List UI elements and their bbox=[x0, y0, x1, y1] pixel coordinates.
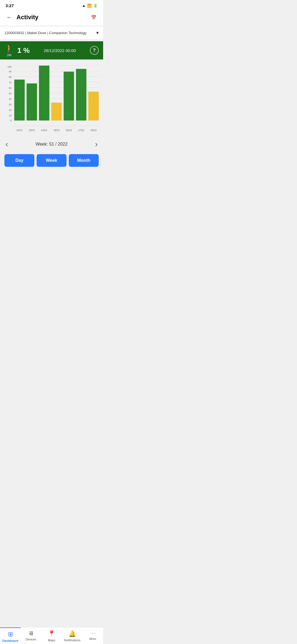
svg-text:13/12: 13/12 bbox=[29, 129, 35, 132]
bar-1612 bbox=[64, 72, 74, 121]
svg-text:20: 20 bbox=[9, 109, 12, 111]
status-bar: 3:27 ▲ 📶 🔋 bbox=[0, 0, 103, 10]
month-button[interactable]: Month bbox=[69, 154, 99, 167]
period-buttons: Day Week Month bbox=[0, 152, 103, 171]
day-button[interactable]: Day bbox=[4, 154, 34, 167]
icon-24h-label: 24h bbox=[7, 54, 12, 57]
bar-1812 bbox=[88, 92, 99, 121]
svg-text:10: 10 bbox=[9, 114, 12, 117]
svg-text:30: 30 bbox=[9, 103, 12, 106]
help-button[interactable]: ? bbox=[90, 46, 99, 55]
svg-text:15/12: 15/12 bbox=[53, 129, 59, 132]
activity-percent: 1 % bbox=[17, 46, 30, 55]
calendar-icon: 📅 bbox=[91, 15, 97, 20]
svg-text:16/12: 16/12 bbox=[66, 129, 72, 132]
back-arrow-icon: ← bbox=[6, 14, 12, 21]
account-text: 1200003932 | Mabel Dove | Companion Tech… bbox=[4, 31, 87, 35]
help-icon: ? bbox=[93, 48, 96, 53]
walking-icon: 🚶 bbox=[4, 44, 14, 53]
week-button[interactable]: Week bbox=[37, 154, 67, 167]
svg-text:60: 60 bbox=[9, 87, 12, 89]
week-label: Week: 51 / 2022 bbox=[35, 142, 67, 147]
svg-text:50: 50 bbox=[9, 92, 12, 95]
bar-1512 bbox=[51, 103, 62, 121]
svg-text:17/12: 17/12 bbox=[78, 129, 84, 132]
app-header: ← Activity 📅 bbox=[0, 10, 103, 26]
page-title: Activity bbox=[16, 14, 89, 21]
wifi-icon: ▲ bbox=[82, 4, 86, 8]
chart-container: 0 10 20 30 40 50 60 70 80 90 100 12/12 1… bbox=[0, 59, 103, 137]
activity-datetime: 26/12/2022 00:00 bbox=[33, 48, 87, 53]
svg-text:70: 70 bbox=[9, 81, 12, 84]
svg-text:18/12: 18/12 bbox=[90, 129, 97, 132]
week-navigation: ‹ Week: 51 / 2022 › bbox=[0, 137, 103, 152]
svg-text:80: 80 bbox=[9, 76, 12, 78]
status-time: 3:27 bbox=[6, 3, 14, 8]
account-selector[interactable]: 1200003932 | Mabel Dove | Companion Tech… bbox=[0, 26, 103, 39]
svg-text:90: 90 bbox=[9, 70, 12, 73]
next-week-button[interactable]: › bbox=[95, 140, 98, 149]
bar-chart: 0 10 20 30 40 50 60 70 80 90 100 12/12 1… bbox=[2, 63, 101, 134]
svg-text:100: 100 bbox=[7, 66, 12, 68]
bar-1312 bbox=[27, 83, 37, 121]
bar-1412 bbox=[39, 66, 50, 120]
chart-inner: 0 10 20 30 40 50 60 70 80 90 100 12/12 1… bbox=[2, 63, 101, 135]
status-icons: ▲ 📶 🔋 bbox=[82, 4, 98, 8]
svg-text:0: 0 bbox=[10, 119, 12, 122]
activity-icon-area: 🚶 24h bbox=[4, 44, 14, 57]
prev-week-button[interactable]: ‹ bbox=[6, 140, 8, 149]
signal-icon: 📶 bbox=[87, 4, 92, 8]
bar-1211 bbox=[14, 80, 25, 121]
svg-text:40: 40 bbox=[9, 98, 12, 100]
svg-text:14/12: 14/12 bbox=[41, 129, 47, 132]
activity-card: 🚶 24h 1 % 26/12/2022 00:00 ? bbox=[0, 41, 103, 59]
svg-text:12/12: 12/12 bbox=[16, 129, 23, 132]
bar-1712 bbox=[76, 69, 86, 120]
chevron-down-icon: ▾ bbox=[96, 30, 99, 36]
battery-icon: 🔋 bbox=[93, 4, 98, 8]
calendar-button[interactable]: 📅 bbox=[89, 12, 99, 22]
back-button[interactable]: ← bbox=[4, 12, 14, 22]
